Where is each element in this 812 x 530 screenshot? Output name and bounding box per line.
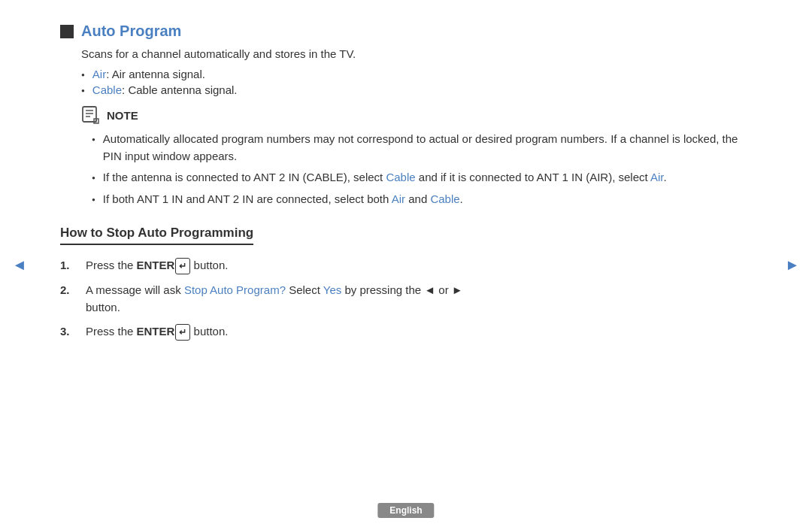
- subsection-heading: How to Stop Auto Programming: [60, 226, 253, 245]
- air-text: : Air antenna signal.: [106, 68, 205, 80]
- left-arrow-icon: ◄: [12, 256, 27, 274]
- note-item-1-text: Automatically allocated program numbers …: [103, 131, 752, 165]
- section-title: Auto Program: [60, 23, 752, 40]
- step-1: 1. Press the ENTER↵ button.: [60, 257, 752, 274]
- step-3-after: button.: [190, 325, 228, 338]
- step-2: 2. A message will ask Stop Auto Program?…: [60, 282, 752, 316]
- air-link-note2: Air: [392, 192, 405, 205]
- step-3-num: 3.: [60, 323, 74, 341]
- yes-link: Yes: [323, 283, 341, 296]
- step-3-enter: ENTER: [137, 325, 175, 338]
- step-3-enter-symbol: ↵: [175, 324, 190, 341]
- cable-link: Cable: [92, 83, 122, 96]
- step-2-content: A message will ask Stop Auto Program? Se…: [86, 282, 463, 316]
- step-3-content: Press the ENTER↵ button.: [86, 323, 228, 341]
- note-section: NOTE Automatically allocated program num…: [81, 105, 752, 207]
- step-1-content: Press the ENTER↵ button.: [86, 257, 228, 274]
- english-badge: English: [377, 503, 434, 518]
- note-item-2: If the antenna is connected to ANT 2 IN …: [92, 169, 752, 186]
- step-1-before: Press the: [86, 259, 137, 271]
- step-1-num: 1.: [60, 257, 74, 274]
- note-label: NOTE: [107, 109, 138, 122]
- cable-link-note2: Cable: [430, 192, 459, 205]
- page-title: Auto Program: [81, 23, 181, 40]
- nav-arrow-right[interactable]: ►: [782, 255, 803, 276]
- steps-list: 1. Press the ENTER↵ button. 2. A message…: [60, 257, 752, 341]
- subsection-heading-wrapper: How to Stop Auto Programming: [60, 218, 752, 257]
- note-item-3: If both ANT 1 IN and ANT 2 IN are connec…: [92, 191, 752, 208]
- air-link-note: Air: [650, 171, 664, 183]
- step-2-num: 2.: [60, 282, 74, 299]
- note-item-2-text: If the antenna is connected to ANT 2 IN …: [103, 169, 667, 186]
- step-2-before: A message will ask: [86, 283, 184, 296]
- cable-text: : Cable antenna signal.: [122, 83, 237, 96]
- note-bullets-list: Automatically allocated program numbers …: [92, 131, 752, 207]
- step-3: 3. Press the ENTER↵ button.: [60, 323, 752, 341]
- stop-auto-program-link: Stop Auto Program?: [184, 283, 286, 296]
- step-2-middle: Select: [286, 283, 323, 296]
- note-header: NOTE: [81, 105, 752, 125]
- step-1-enter-symbol: ↵: [175, 258, 190, 274]
- step-3-before: Press the: [86, 325, 137, 338]
- step-1-after: button.: [190, 259, 228, 271]
- air-link: Air: [92, 68, 106, 80]
- section-description: Scans for a channel automatically and st…: [81, 47, 752, 60]
- note-item-3-text: If both ANT 1 IN and ANT 2 IN are connec…: [103, 191, 463, 208]
- nav-arrow-left[interactable]: ◄: [9, 255, 30, 276]
- step-1-enter: ENTER: [137, 259, 175, 271]
- title-square-icon: [60, 25, 74, 38]
- list-item-cable: Cable: Cable antenna signal.: [81, 83, 752, 96]
- cable-link-note: Cable: [386, 171, 415, 183]
- note-svg-icon: [81, 105, 101, 125]
- right-arrow-icon: ►: [785, 256, 800, 274]
- page-container: ◄ ► Auto Program Scans for a channel aut…: [0, 0, 812, 530]
- antenna-list: Air: Air antenna signal. Cable: Cable an…: [81, 68, 752, 96]
- note-item-1: Automatically allocated program numbers …: [92, 131, 752, 165]
- note-icon: [81, 105, 101, 125]
- list-item-air: Air: Air antenna signal.: [81, 68, 752, 80]
